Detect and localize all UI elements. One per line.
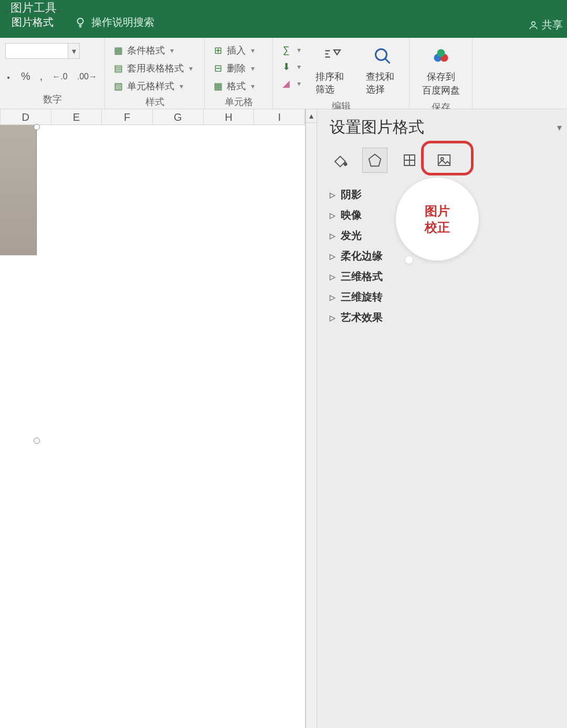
fill-button[interactable]: ⬇▾ bbox=[278, 60, 303, 74]
effects-tab[interactable] bbox=[362, 148, 387, 173]
percent-button[interactable]: % bbox=[21, 70, 30, 82]
decrease-decimal-button[interactable]: .00→ bbox=[77, 72, 97, 81]
column-header[interactable]: G bbox=[153, 109, 204, 124]
format-icon: ▦ bbox=[212, 80, 224, 92]
expand-triangle-icon: ▷ bbox=[330, 252, 335, 261]
delete-label: 删除 bbox=[227, 62, 246, 75]
ribbon-group-styles: ▦条件格式▾ ▤套用表格格式▾ ▧单元格样式▾ 样式 bbox=[105, 38, 205, 109]
scroll-up-button[interactable]: ▴ bbox=[306, 109, 317, 123]
column-header[interactable]: F bbox=[102, 109, 153, 124]
increase-decimal-button[interactable]: ←.0 bbox=[52, 72, 67, 81]
ribbon-group-cells: ⊞插入▾ ⊟删除▾ ▦格式▾ 单元格 bbox=[205, 38, 273, 109]
number-format-dropdown[interactable]: ▾ bbox=[5, 43, 80, 59]
svg-rect-7 bbox=[438, 155, 450, 165]
option-3d-format[interactable]: ▷三维格式 bbox=[330, 266, 562, 287]
insert-icon: ⊞ bbox=[212, 45, 224, 56]
format-label: 格式 bbox=[227, 80, 246, 92]
column-headers: D E F G H I bbox=[0, 109, 305, 125]
fill-down-icon: ⬇ bbox=[280, 61, 292, 72]
chevron-down-icon: ▾ bbox=[189, 64, 193, 72]
column-header[interactable]: D bbox=[0, 109, 51, 124]
annotation-text-line1: 图片 bbox=[425, 203, 450, 219]
column-header[interactable]: E bbox=[51, 109, 102, 124]
format-cells-button[interactable]: ▦格式▾ bbox=[210, 79, 257, 93]
find-select-button[interactable]: 查找和选择 bbox=[362, 43, 404, 98]
delete-cells-button[interactable]: ⊟删除▾ bbox=[210, 61, 257, 76]
picture-tab[interactable] bbox=[432, 148, 457, 173]
delete-icon: ⊟ bbox=[212, 63, 224, 74]
insert-cells-button[interactable]: ⊞插入▾ bbox=[210, 43, 257, 58]
insert-label: 插入 bbox=[227, 44, 246, 57]
accounting-dropdown[interactable]: ⬩ bbox=[5, 70, 12, 82]
option-label: 艺术效果 bbox=[341, 310, 383, 325]
option-label: 柔化边缘 bbox=[341, 249, 383, 263]
ribbon-group-editing: ∑▾ ⬇▾ ◢▾ 排序和筛选 查找和选择 编辑 bbox=[273, 38, 410, 109]
expand-triangle-icon: ▷ bbox=[330, 191, 335, 199]
chevron-down-icon: ▾ bbox=[251, 46, 255, 55]
chevron-down-icon: ▾ bbox=[251, 64, 255, 72]
cell-styles-button[interactable]: ▧单元格样式▾ bbox=[110, 79, 195, 93]
titlebar: 图片工具 图片格式 操作说明搜索 共享 bbox=[0, 0, 567, 38]
fill-line-tab[interactable] bbox=[328, 148, 353, 173]
inserted-picture-edge[interactable] bbox=[0, 125, 37, 255]
ribbon: ▾ ⬩ % , ←.0 .00→ 数字 ▦条件格式▾ ▤套用表格格式▾ ▧单元格… bbox=[0, 38, 567, 109]
share-button[interactable]: 共享 bbox=[528, 18, 563, 32]
sort-filter-button[interactable]: 排序和筛选 bbox=[311, 43, 353, 98]
chevron-down-icon: ▾ bbox=[68, 43, 80, 59]
magnifier-icon bbox=[372, 45, 394, 67]
group-label-cells: 单元格 bbox=[210, 93, 267, 111]
eraser-icon: ◢ bbox=[280, 78, 292, 89]
selection-handle[interactable] bbox=[34, 438, 40, 444]
ribbon-group-save: 保存到 百度网盘 保存 bbox=[410, 38, 472, 109]
cell-style-icon: ▧ bbox=[112, 80, 124, 92]
column-header[interactable]: I bbox=[254, 109, 305, 124]
lightbulb-icon bbox=[75, 17, 86, 28]
chevron-down-icon: ▾ bbox=[180, 82, 183, 90]
annotation-bubble-tail bbox=[405, 256, 413, 264]
picture-icon bbox=[436, 152, 452, 168]
comma-button[interactable]: , bbox=[40, 70, 43, 82]
expand-triangle-icon: ▷ bbox=[330, 293, 335, 301]
table-icon: ▤ bbox=[112, 63, 124, 74]
format-as-table-button[interactable]: ▤套用表格格式▾ bbox=[110, 61, 195, 76]
annotation-bubble: 图片 校正 bbox=[396, 178, 479, 261]
ribbon-group-number: ▾ ⬩ % , ←.0 .00→ 数字 bbox=[0, 38, 105, 109]
sigma-icon: ∑ bbox=[280, 44, 292, 56]
autosum-button[interactable]: ∑▾ bbox=[278, 43, 303, 57]
svg-point-5 bbox=[437, 49, 445, 57]
chevron-down-icon: ▾ bbox=[297, 79, 301, 88]
save-to-label: 保存到 bbox=[427, 70, 455, 83]
size-icon bbox=[402, 152, 417, 168]
size-properties-tab[interactable] bbox=[397, 148, 422, 173]
annotation-text-line2: 校正 bbox=[425, 219, 450, 235]
spreadsheet-grid[interactable]: D E F G H I bbox=[0, 109, 306, 728]
format-picture-pane: 设置图片格式 ▾ ▷阴影 ▷映像 ▷发光 ▷柔化边缘 ▷三维格式 ▷三维旋转 ▷… bbox=[317, 109, 567, 728]
paint-bucket-icon bbox=[332, 152, 348, 168]
baidu-cloud-icon bbox=[430, 45, 452, 67]
option-artistic-effects[interactable]: ▷艺术效果 bbox=[330, 307, 562, 328]
clear-button[interactable]: ◢▾ bbox=[278, 77, 303, 90]
option-label: 映像 bbox=[341, 208, 362, 222]
conditional-formatting-button[interactable]: ▦条件格式▾ bbox=[110, 43, 195, 58]
save-to-baidu-button[interactable]: 保存到 百度网盘 bbox=[418, 43, 464, 99]
pane-options-dropdown[interactable]: ▾ bbox=[557, 122, 562, 133]
column-header[interactable]: H bbox=[204, 109, 255, 124]
sort-filter-label: 排序和筛选 bbox=[316, 70, 349, 96]
picture-tools-contextual-tab: 图片工具 bbox=[10, 0, 57, 16]
expand-triangle-icon: ▷ bbox=[330, 232, 335, 240]
chevron-down-icon: ▾ bbox=[297, 63, 301, 71]
selection-handle[interactable] bbox=[34, 124, 40, 130]
conditional-label: 条件格式 bbox=[127, 44, 165, 57]
group-label-number: 数字 bbox=[5, 91, 99, 109]
option-label: 三维旋转 bbox=[341, 290, 383, 304]
tell-me-search[interactable]: 操作说明搜索 bbox=[91, 15, 154, 29]
option-label: 阴影 bbox=[341, 188, 362, 202]
baidu-label: 百度网盘 bbox=[422, 84, 460, 97]
cell-styles-label: 单元格样式 bbox=[127, 80, 174, 92]
svg-point-6 bbox=[344, 163, 347, 165]
table-format-label: 套用表格格式 bbox=[127, 62, 184, 75]
vertical-scrollbar[interactable]: ▴ bbox=[306, 109, 317, 728]
workspace: D E F G H I ▴ 设置图片格式 ▾ ▷阴影 ▷映像 ▷发光 ▷ bbox=[0, 109, 567, 728]
option-3d-rotation[interactable]: ▷三维旋转 bbox=[330, 287, 562, 307]
conditional-icon: ▦ bbox=[112, 45, 124, 56]
